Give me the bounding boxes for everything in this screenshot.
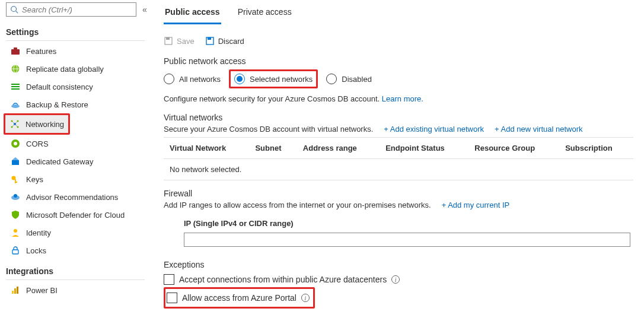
add-my-ip-link[interactable]: + Add my current IP (442, 201, 510, 209)
col-range: Address range (297, 138, 380, 159)
checkbox-datacenters[interactable]: Accept connections from within public Az… (164, 272, 633, 287)
backup-icon (11, 100, 20, 109)
svg-rect-26 (15, 182, 17, 183)
sidebar-item-gateway[interactable]: Dedicated Gateway (6, 152, 146, 170)
highlight-selected-networks: Selected networks (229, 69, 318, 88)
save-icon (164, 36, 173, 46)
svg-rect-37 (208, 37, 211, 40)
sidebar-item-label: Advisor Recommendations (26, 193, 118, 202)
checkbox-portal[interactable]: Allow access from Azure Portal i (167, 290, 310, 306)
svg-line-16 (12, 122, 14, 123)
discard-icon (205, 36, 215, 46)
sidebar-item-label: Keys (26, 175, 43, 184)
vnet-table: Virtual Network Subnet Address range End… (164, 137, 633, 180)
svg-line-1 (16, 11, 18, 14)
svg-marker-23 (12, 157, 19, 160)
radio-label: All networks (179, 75, 221, 84)
main-panel: Public access Private access Save Discar… (153, 0, 644, 321)
learn-more-link[interactable]: Learn more. (382, 94, 423, 103)
sidebar-item-label: CORS (26, 139, 49, 148)
radio-disabled[interactable]: Disabled (326, 74, 372, 84)
svg-rect-33 (17, 287, 18, 294)
svg-line-19 (15, 125, 17, 126)
consistency-icon (11, 82, 20, 91)
sidebar-item-label: Identity (26, 228, 51, 237)
sidebar-item-label: Backup & Restore (26, 100, 88, 109)
firewall-title: Firewall (164, 189, 633, 198)
sidebar-item-keys[interactable]: Keys (6, 170, 146, 188)
info-icon[interactable]: i (301, 294, 310, 302)
save-button: Save (164, 36, 195, 46)
svg-rect-2 (11, 49, 20, 55)
firewall-desc: Add IP ranges to allow access from the i… (164, 201, 431, 209)
section-settings: Settings (6, 25, 145, 41)
checkbox-icon (164, 274, 174, 285)
search-input[interactable] (22, 5, 132, 14)
svg-rect-35 (166, 37, 170, 40)
sidebar-item-label: Replicate data globally (26, 65, 104, 74)
checkbox-label: Accept connections from within public Az… (179, 275, 387, 284)
cors-icon (11, 139, 20, 148)
vnet-desc: Secure your Azure Cosmos DB account with… (164, 125, 373, 134)
svg-rect-8 (11, 86, 20, 87)
pna-desc: Configure network security for your Azur… (164, 94, 633, 103)
add-existing-vnet-link[interactable]: + Add existing virtual network (384, 125, 484, 134)
pna-title: Public network access (164, 56, 633, 66)
sidebar-item-label: Dedicated Gateway (26, 157, 93, 166)
tab-private-access[interactable]: Private access (237, 2, 293, 24)
vnet-title: Virtual networks (164, 113, 633, 122)
sidebar-item-label: Power BI (26, 286, 58, 295)
sidebar-item-identity[interactable]: Identity (6, 224, 146, 241)
radio-icon (326, 74, 337, 84)
svg-point-10 (11, 104, 20, 108)
svg-rect-9 (11, 88, 20, 90)
sidebar-item-backup[interactable]: Backup & Restore (6, 96, 146, 113)
radio-label: Selected networks (250, 75, 313, 84)
svg-rect-3 (14, 47, 17, 49)
keys-icon (11, 174, 20, 184)
sidebar-item-label: Networking (25, 120, 64, 129)
add-new-vnet-link[interactable]: + Add new virtual network (495, 125, 583, 134)
defender-icon (11, 210, 20, 220)
collapse-sidebar-button[interactable]: « (140, 5, 149, 14)
svg-line-18 (12, 125, 14, 126)
sidebar-item-advisor[interactable]: Advisor Recommendations (6, 188, 146, 206)
search-box[interactable] (6, 2, 136, 17)
search-icon (10, 5, 18, 14)
ip-input[interactable] (184, 233, 630, 247)
sidebar-item-consistency[interactable]: Default consistency (6, 78, 146, 96)
sidebar-item-label: Microsoft Defender for Cloud (26, 211, 125, 220)
toolbar: Save Discard (164, 31, 633, 54)
features-icon (11, 46, 20, 56)
svg-point-21 (14, 142, 17, 145)
radio-selected-networks[interactable]: Selected networks (234, 74, 313, 84)
sidebar-item-cors[interactable]: CORS (6, 135, 146, 152)
col-vnet: Virtual Network (164, 138, 249, 159)
sidebar: « Settings Features Replicate data globa… (0, 0, 153, 321)
networking-icon (10, 119, 20, 129)
svg-line-17 (15, 122, 17, 123)
sidebar-item-networking[interactable]: Networking (5, 115, 68, 133)
sidebar-item-label: Locks (26, 246, 46, 255)
svg-rect-30 (12, 250, 18, 254)
tab-public-access[interactable]: Public access (164, 2, 221, 24)
svg-rect-31 (12, 291, 14, 294)
sidebar-item-defender[interactable]: Microsoft Defender for Cloud (6, 206, 146, 224)
empty-message: No network selected. (164, 159, 633, 180)
info-icon[interactable]: i (391, 275, 400, 284)
radio-label: Disabled (342, 75, 372, 84)
col-rg: Resource Group (468, 138, 559, 159)
svg-rect-7 (11, 84, 20, 85)
sidebar-item-features[interactable]: Features (6, 42, 146, 60)
radio-all-networks[interactable]: All networks (164, 74, 221, 84)
locks-icon (11, 246, 20, 255)
discard-button[interactable]: Discard (205, 36, 244, 46)
sidebar-item-locks[interactable]: Locks (6, 241, 146, 259)
sidebar-item-replicate[interactable]: Replicate data globally (6, 60, 146, 78)
section-integrations: Integrations (6, 264, 145, 280)
svg-rect-32 (14, 288, 16, 294)
sidebar-item-powerbi[interactable]: Power BI (6, 281, 146, 299)
highlight-portal: Allow access from Azure Portal i (164, 287, 315, 309)
save-label: Save (177, 37, 195, 46)
sidebar-item-label: Default consistency (26, 82, 93, 91)
